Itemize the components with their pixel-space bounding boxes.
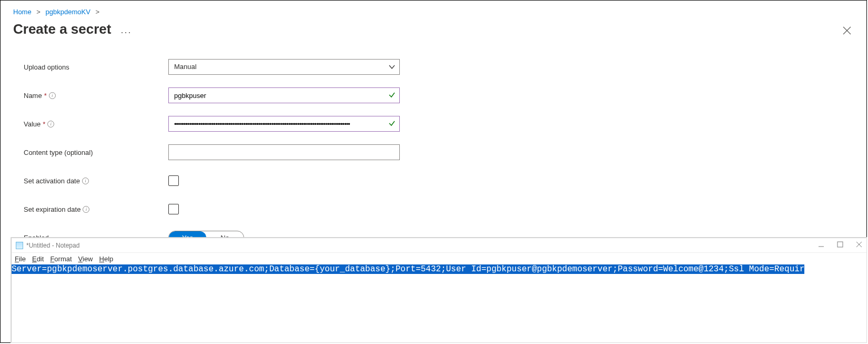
name-label: Name * i	[24, 92, 168, 100]
menu-edit[interactable]: Edit	[32, 255, 44, 263]
set-expiration-date-label: Set expiration date i	[24, 205, 168, 213]
close-icon[interactable]	[856, 241, 862, 249]
menu-file[interactable]: File	[15, 255, 26, 263]
name-input[interactable]	[168, 87, 400, 103]
notepad-selected-text[interactable]: Server=pgbkpdemoserver.postgres.database…	[12, 264, 804, 274]
value-label: Value * i	[24, 120, 168, 128]
close-icon[interactable]	[842, 26, 852, 37]
info-icon[interactable]: i	[49, 92, 56, 99]
breadcrumb-sep: >	[92, 8, 103, 16]
upload-options-select[interactable]: Manual	[168, 59, 400, 75]
breadcrumb: Home > pgbkpdemoKV >	[13, 8, 854, 16]
menu-view[interactable]: View	[78, 255, 93, 263]
notepad-titlebar[interactable]: *Untitled - Notepad	[12, 238, 866, 253]
svg-rect-3	[837, 242, 843, 247]
info-icon[interactable]: i	[47, 121, 54, 127]
breadcrumb-home-link[interactable]: Home	[13, 8, 32, 16]
activation-date-checkbox[interactable]	[168, 175, 179, 186]
expiration-date-checkbox[interactable]	[168, 204, 179, 214]
required-indicator: *	[43, 120, 45, 128]
breadcrumb-sep: >	[33, 8, 44, 16]
value-input[interactable]	[168, 116, 400, 132]
notepad-icon	[16, 242, 23, 249]
minimize-icon[interactable]	[818, 241, 824, 249]
info-icon[interactable]: i	[82, 178, 89, 184]
required-indicator: *	[44, 92, 47, 100]
azure-create-secret-panel: Home > pgbkpdemoKV > Create a secret ···…	[1, 1, 866, 238]
create-secret-form: Upload options Manual Name * i	[13, 58, 854, 246]
breadcrumb-kv-link[interactable]: pgbkpdemoKV	[46, 8, 90, 16]
maximize-icon[interactable]	[837, 241, 843, 249]
notepad-window: *Untitled - Notepad File Edit Format Vie…	[11, 238, 866, 342]
set-activation-date-label: Set activation date i	[24, 177, 168, 185]
info-icon[interactable]: i	[83, 206, 89, 213]
page-title: Create a secret	[13, 21, 111, 37]
notepad-title: *Untitled - Notepad	[26, 242, 79, 249]
content-type-label: Content type (optional)	[24, 149, 168, 156]
content-type-input[interactable]	[168, 144, 400, 160]
notepad-menu-bar: File Edit Format View Help	[12, 253, 866, 264]
upload-options-label: Upload options	[24, 63, 168, 71]
menu-help[interactable]: Help	[99, 255, 114, 263]
more-actions-button[interactable]: ···	[120, 27, 132, 38]
notepad-text-area[interactable]: Server=pgbkpdemoserver.postgres.database…	[12, 264, 866, 274]
menu-format[interactable]: Format	[50, 255, 72, 263]
